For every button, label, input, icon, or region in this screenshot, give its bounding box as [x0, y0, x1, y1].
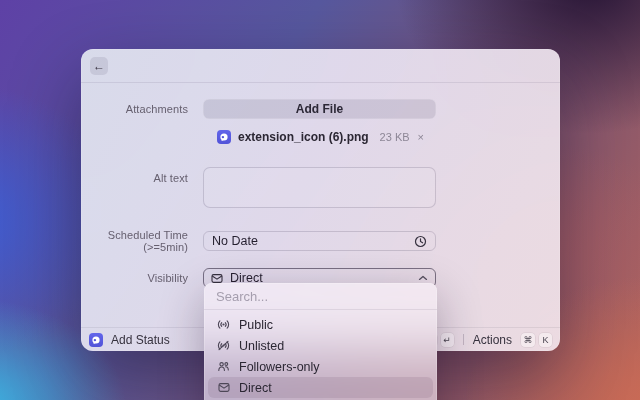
scheduled-time-row: Scheduled Time (>=5min) No Date: [81, 229, 560, 253]
attached-file-row: extension_icon (6).png 23 KB ×: [81, 128, 560, 146]
alt-text-row: Alt text: [81, 167, 560, 212]
file-item: extension_icon (6).png 23 KB ×: [203, 130, 436, 144]
alt-text-label: Alt text: [81, 167, 188, 184]
scheduled-time-field[interactable]: No Date: [203, 231, 436, 251]
option-unlisted[interactable]: Unlisted: [208, 335, 433, 356]
cmd-key: ⌘: [521, 333, 535, 347]
remove-file-icon[interactable]: ×: [418, 132, 424, 143]
actions-button[interactable]: Actions ⌘ K: [473, 333, 552, 347]
desktop-background: { "window": { "back_button": "←", "form"…: [0, 0, 640, 400]
add-file-button[interactable]: Add File: [203, 99, 436, 119]
window-header: ←: [81, 49, 560, 83]
option-label: Unlisted: [239, 339, 284, 353]
k-key: K: [539, 333, 552, 347]
option-direct[interactable]: Direct: [208, 377, 433, 398]
envelope-icon: [211, 273, 223, 284]
file-name: extension_icon (6).png: [238, 130, 369, 144]
envelope-icon: [217, 382, 230, 393]
dropdown-search-input[interactable]: [216, 289, 425, 304]
back-button[interactable]: ←: [90, 57, 108, 75]
scheduled-time-value: No Date: [212, 234, 258, 248]
broadcast-off-icon: [217, 340, 230, 351]
alt-text-input[interactable]: [203, 167, 436, 208]
attachments-row: Attachments Add File: [81, 99, 560, 119]
dropdown-options: Public Unlisted: [204, 310, 437, 400]
footer-divider: [463, 334, 464, 345]
visibility-label: Visibility: [81, 272, 188, 284]
option-label: Public: [239, 318, 273, 332]
dropdown-search-row: [204, 283, 437, 310]
followers-icon: [217, 361, 230, 372]
app-logo-icon: [89, 333, 103, 347]
option-public[interactable]: Public: [208, 314, 433, 335]
chevron-up-icon: [418, 275, 428, 281]
scheduled-time-label: Scheduled Time (>=5min): [81, 229, 188, 253]
file-size: 23 KB: [380, 131, 410, 143]
option-followers-only[interactable]: Followers-only: [208, 356, 433, 377]
command-title: Add Status: [111, 333, 170, 347]
file-thumbnail-icon: [217, 130, 231, 144]
clock-icon: [414, 235, 427, 248]
back-arrow-icon: ←: [93, 59, 105, 73]
broadcast-icon: [217, 319, 230, 330]
attachments-label: Attachments: [81, 103, 188, 115]
visibility-dropdown: Public Unlisted: [204, 283, 437, 400]
actions-label: Actions: [473, 333, 512, 347]
option-label: Direct: [239, 381, 272, 395]
return-key: ↵: [441, 333, 454, 347]
option-label: Followers-only: [239, 360, 320, 374]
